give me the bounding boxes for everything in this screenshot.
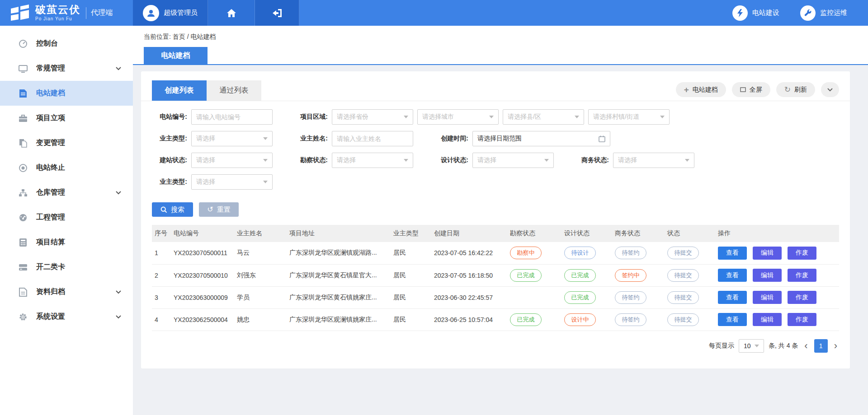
per-page-label: 每页显示 [709,342,734,350]
calculator-icon [18,238,28,247]
page-1-button[interactable]: 1 [814,339,828,353]
void-button[interactable]: 作废 [788,313,816,326]
caret-down-icon [489,116,494,118]
status-badge: 签约中 [615,269,646,282]
sidebar-item-change-mgmt[interactable]: 变更管理 [0,131,133,155]
sidebar-item-general-mgmt[interactable]: 常规管理 [0,56,133,81]
sidebar-item-engineering-mgmt[interactable]: 工程管理 [0,205,133,230]
build-status-label: 建站状态: [152,156,187,164]
gear-icon [18,312,28,322]
caret-down-icon [263,181,268,183]
reset-button[interactable]: ↺ 重置 [199,202,239,217]
sidebar-item-open-type2-card[interactable]: 开二类卡 [0,255,133,280]
fullscreen-button[interactable]: 全屏 [732,82,770,97]
status-badge: 待签约 [615,247,646,259]
survey-status-select[interactable]: 请选择 [332,153,413,168]
edit-button[interactable]: 编辑 [753,269,782,282]
caret-down-icon [404,159,408,162]
toolbar: + 电站建档 全屏 ↻ 刷新 [676,82,839,97]
reset-icon: ↺ [207,206,213,213]
create-time-label: 创建时间: [433,135,468,143]
sidebar-item-warehouse-mgmt[interactable]: 仓库管理 [0,180,133,205]
logout-icon [272,9,282,18]
prev-page-button[interactable]: ‹ [802,341,809,351]
edit-button[interactable]: 编辑 [753,247,782,260]
lightning-icon [732,5,748,21]
caret-down-icon [575,116,579,118]
stop-circle-icon [18,163,28,173]
user-name: 超级管理员 [164,9,198,17]
plus-icon: + [684,85,689,94]
brand-title: 破茧云伏 [35,5,80,15]
town-select[interactable]: 请选择村镇/街道 [588,109,670,125]
next-page-button[interactable]: › [832,341,839,351]
owner-type-select[interactable]: 请选择 [191,131,273,146]
search-icon [160,206,167,213]
pagination: 每页显示 10 条, 共 4 条 ‹ 1 › [141,331,850,353]
monitor-icon [18,64,28,74]
owner-type2-label: 业主类型: [152,178,187,186]
search-button[interactable]: 搜索 [152,202,193,217]
status-badge: 已完成 [564,291,596,304]
tab-passed-list[interactable]: 通过列表 [207,80,261,101]
sidebar-item-project-settlement[interactable]: 项目结算 [0,230,133,255]
edit-button[interactable]: 编辑 [753,291,782,304]
station-code-input[interactable] [191,109,273,125]
view-button[interactable]: 查看 [718,269,747,282]
sidebar-item-console[interactable]: 控制台 [0,31,133,56]
dashboard-icon [18,39,28,49]
collapse-toolbar-button[interactable] [821,82,839,97]
view-button[interactable]: 查看 [718,313,747,326]
county-select[interactable]: 请选择县/区 [503,109,584,125]
tab-create-list[interactable]: 创建列表 [152,80,207,101]
design-status-label: 设计状态: [433,156,468,164]
breadcrumb-path[interactable]: 首页 / 电站建档 [173,33,216,40]
sidebar-item-station-archive[interactable]: 电站建档 [0,81,133,106]
table-row: 2 YX2023070500010 刘强东 广东深圳龙华区黄石镇星官大... 居… [152,264,839,286]
owner-name-label: 业主姓名: [292,135,328,143]
void-button[interactable]: 作废 [788,269,816,282]
avatar [143,5,159,21]
page-header: 当前位置: 首页 / 电站建档 电站建档 [133,26,868,65]
home-button[interactable] [208,0,255,26]
status-badge: 待设计 [564,247,596,259]
view-button[interactable]: 查看 [718,291,747,304]
status-badge: 待提交 [667,313,699,326]
sidebar-item-data-archive[interactable]: 资料归档 [0,280,133,304]
caret-down-icon [755,345,759,347]
nav-monitor-ops[interactable]: 监控运维 [800,5,847,21]
home-icon [226,9,236,18]
refresh-button[interactable]: ↻ 刷新 [776,82,815,97]
logout-button[interactable] [255,0,299,26]
sidebar-item-project-initiation[interactable]: 项目立项 [0,106,133,131]
owner-type-label: 业主类型: [152,135,187,143]
per-page-select[interactable]: 10 [739,339,764,353]
caret-down-icon [660,116,665,118]
sidebar-item-station-termination[interactable]: 电站终止 [0,155,133,180]
chevron-down-icon [116,290,121,294]
status-badge: 勘察中 [510,247,542,259]
date-range-input[interactable]: 请选择日期范围 [472,131,610,146]
page-tab-station-archive[interactable]: 电站建档 [144,47,208,64]
create-station-button[interactable]: + 电站建档 [676,82,726,97]
build-status-select[interactable]: 请选择 [191,153,273,168]
owner-name-input[interactable] [332,131,413,146]
province-select[interactable]: 请选择省份 [332,109,413,125]
briefcase-icon [18,113,28,123]
owner-type2-select[interactable]: 请选择 [191,174,273,190]
caret-down-icon [263,159,268,162]
design-status-select[interactable]: 请选择 [472,153,554,168]
view-button[interactable]: 查看 [718,247,747,260]
city-select[interactable]: 请选择城市 [417,109,499,125]
sidebar-item-system-settings[interactable]: 系统设置 [0,304,133,329]
portal-label: 代理端 [91,8,113,18]
edit-button[interactable]: 编辑 [753,313,782,326]
business-status-select[interactable]: 请选择 [613,153,694,168]
wrench-icon [800,5,816,21]
void-button[interactable]: 作废 [788,291,816,304]
nav-station-construction[interactable]: 电站建设 [732,5,779,21]
void-button[interactable]: 作废 [788,247,816,260]
survey-status-label: 勘察状态: [292,156,328,164]
logo-icon [10,4,30,22]
user-menu[interactable]: 超级管理员 [133,0,208,26]
